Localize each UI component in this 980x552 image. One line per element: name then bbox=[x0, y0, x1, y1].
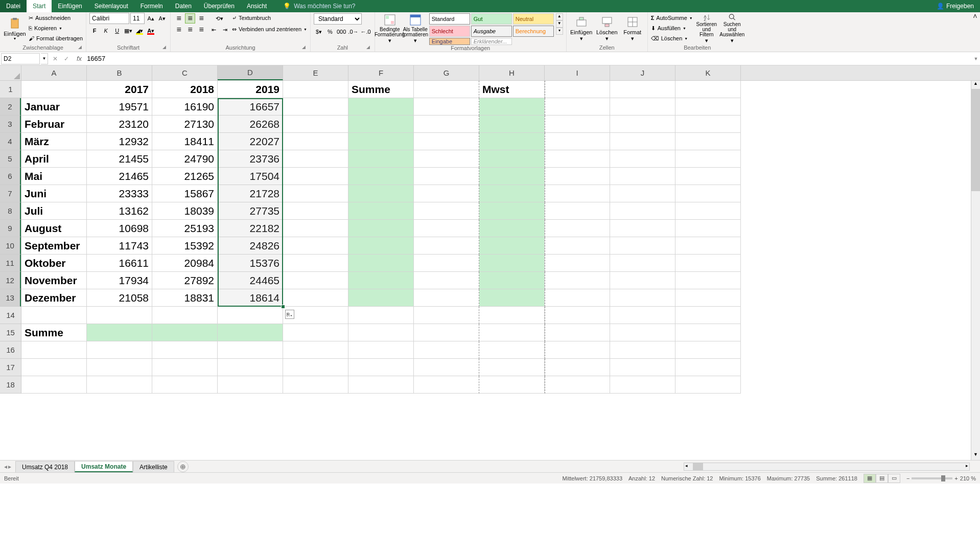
cell[interactable] bbox=[414, 341, 479, 359]
cell[interactable] bbox=[348, 289, 414, 307]
bold-button[interactable]: F bbox=[89, 26, 100, 36]
cell[interactable]: 21465 bbox=[87, 168, 152, 185]
cell[interactable] bbox=[283, 237, 348, 255]
gallery-down[interactable]: ▼ bbox=[556, 20, 563, 28]
cell[interactable] bbox=[348, 272, 414, 289]
cell[interactable] bbox=[675, 220, 741, 237]
paste-button[interactable]: Einfügen ▼ bbox=[3, 13, 27, 44]
cell[interactable] bbox=[21, 359, 87, 376]
row-header-3[interactable]: 3 bbox=[0, 116, 21, 133]
cell[interactable] bbox=[545, 133, 610, 150]
col-header-C[interactable]: C bbox=[152, 65, 218, 80]
font-size-select[interactable] bbox=[130, 13, 145, 24]
cell[interactable] bbox=[675, 185, 741, 202]
cell[interactable] bbox=[479, 324, 545, 341]
cell[interactable] bbox=[479, 359, 545, 376]
cell[interactable] bbox=[152, 359, 218, 376]
name-box[interactable]: D2 bbox=[1, 53, 40, 64]
cell[interactable] bbox=[348, 185, 414, 202]
cell[interactable] bbox=[348, 168, 414, 185]
decrease-indent-button[interactable]: ⇤ bbox=[208, 25, 219, 35]
cell[interactable] bbox=[283, 376, 348, 394]
cell[interactable]: Oktober bbox=[21, 255, 87, 272]
cell[interactable]: 16190 bbox=[152, 98, 218, 116]
cell[interactable]: 10698 bbox=[87, 220, 152, 237]
cell[interactable]: 13162 bbox=[87, 202, 152, 220]
insert-cells-button[interactable]: Einfügen▾ bbox=[570, 13, 593, 44]
border-button[interactable]: ▦▾ bbox=[123, 26, 133, 36]
tab-daten[interactable]: Daten bbox=[169, 0, 198, 12]
cell[interactable]: Februar bbox=[21, 116, 87, 133]
cell[interactable]: 19571 bbox=[87, 98, 152, 116]
cell[interactable] bbox=[283, 272, 348, 289]
horizontal-scrollbar[interactable]: ◂ ▸ bbox=[684, 463, 970, 471]
cell[interactable] bbox=[479, 237, 545, 255]
cell[interactable] bbox=[218, 376, 283, 394]
fill-handle[interactable] bbox=[281, 305, 285, 309]
cell[interactable] bbox=[348, 116, 414, 133]
cell[interactable]: 23333 bbox=[87, 185, 152, 202]
percent-button[interactable]: % bbox=[325, 27, 335, 37]
cut-button[interactable]: ✂Ausschneiden bbox=[29, 13, 83, 22]
autosum-button[interactable]: ΣAutoSumme▼ bbox=[651, 13, 693, 22]
cell[interactable]: Summe bbox=[21, 324, 87, 341]
add-sheet-button[interactable]: ⊕ bbox=[177, 461, 189, 472]
italic-button[interactable]: K bbox=[101, 26, 111, 36]
cell[interactable] bbox=[610, 202, 675, 220]
row-header-12[interactable]: 12 bbox=[0, 272, 21, 289]
cell[interactable] bbox=[545, 255, 610, 272]
cell[interactable] bbox=[610, 150, 675, 168]
cell[interactable] bbox=[545, 185, 610, 202]
clipboard-launcher[interactable]: ◢ bbox=[77, 44, 83, 51]
cells-area[interactable]: 201720182019SummeMwstJanuar1957116190166… bbox=[21, 81, 741, 394]
number-format-select[interactable]: Standard bbox=[314, 13, 362, 25]
cell[interactable] bbox=[479, 272, 545, 289]
cell[interactable] bbox=[675, 289, 741, 307]
cell[interactable] bbox=[218, 307, 283, 324]
cell[interactable] bbox=[414, 202, 479, 220]
cell[interactable] bbox=[152, 341, 218, 359]
cell[interactable]: November bbox=[21, 272, 87, 289]
cell[interactable]: 2019 bbox=[218, 81, 283, 98]
increase-font-button[interactable]: A▴ bbox=[146, 13, 156, 24]
tab-file[interactable]: Datei bbox=[0, 0, 27, 12]
cell[interactable] bbox=[675, 133, 741, 150]
cell[interactable]: 17504 bbox=[218, 168, 283, 185]
orientation-button[interactable]: ⟲▾ bbox=[208, 13, 230, 24]
cell[interactable]: Dezember bbox=[21, 289, 87, 307]
cell[interactable] bbox=[414, 376, 479, 394]
cell[interactable] bbox=[87, 376, 152, 394]
sheet-nav-last[interactable]: ▸ bbox=[8, 463, 11, 470]
cell[interactable] bbox=[348, 255, 414, 272]
zoom-slider[interactable] bbox=[912, 477, 952, 479]
accounting-button[interactable]: $▾ bbox=[314, 27, 324, 37]
cell[interactable] bbox=[283, 168, 348, 185]
col-header-J[interactable]: J bbox=[610, 65, 675, 80]
cell[interactable]: Mwst bbox=[479, 81, 545, 98]
cell[interactable] bbox=[21, 307, 87, 324]
col-header-H[interactable]: H bbox=[479, 65, 545, 80]
cell[interactable] bbox=[479, 168, 545, 185]
row-header-2[interactable]: 2 bbox=[0, 98, 21, 116]
cell[interactable]: 23120 bbox=[87, 116, 152, 133]
cell[interactable]: 20984 bbox=[152, 255, 218, 272]
cell[interactable]: 15376 bbox=[218, 255, 283, 272]
cell[interactable]: Summe bbox=[348, 81, 414, 98]
cell[interactable] bbox=[610, 289, 675, 307]
cell[interactable]: 23736 bbox=[218, 150, 283, 168]
cell[interactable] bbox=[414, 289, 479, 307]
cell[interactable] bbox=[348, 324, 414, 341]
font-color-button[interactable]: A▾ bbox=[146, 26, 156, 36]
cell[interactable]: Juni bbox=[21, 185, 87, 202]
style-erklaerender[interactable]: Erklärender... bbox=[471, 38, 512, 45]
cell[interactable] bbox=[283, 150, 348, 168]
row-header-5[interactable]: 5 bbox=[0, 150, 21, 168]
cell[interactable] bbox=[348, 150, 414, 168]
tab-seitenlayout[interactable]: Seitenlayout bbox=[88, 0, 134, 12]
style-schlecht[interactable]: Schlecht bbox=[429, 26, 470, 37]
select-all-corner[interactable] bbox=[0, 65, 21, 80]
cell[interactable]: 21455 bbox=[87, 150, 152, 168]
cell[interactable] bbox=[87, 307, 152, 324]
cell[interactable]: 24790 bbox=[152, 150, 218, 168]
cell[interactable] bbox=[348, 237, 414, 255]
